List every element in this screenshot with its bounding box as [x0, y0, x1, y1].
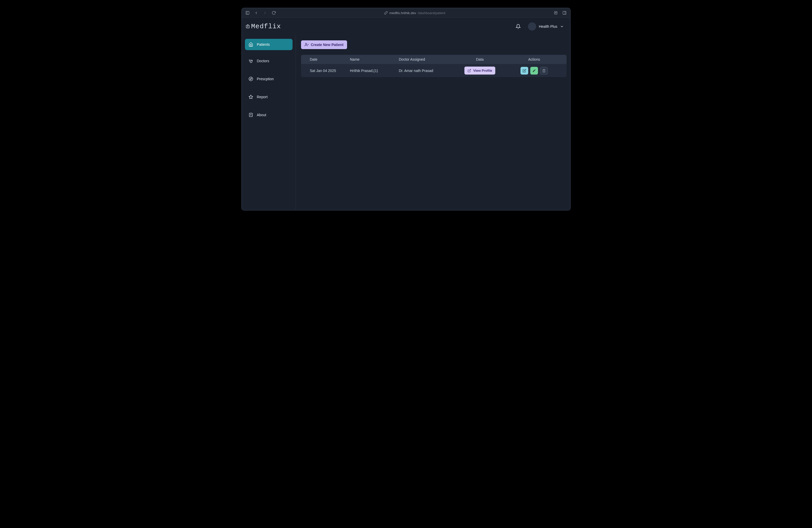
star-icon	[248, 95, 253, 99]
compass-icon	[248, 77, 253, 81]
external-link-icon	[467, 69, 471, 73]
sidebar-label: Doctors	[257, 59, 269, 63]
back-icon[interactable]	[254, 11, 258, 15]
forward-icon[interactable]	[263, 11, 267, 15]
user-menu[interactable]: Health Plus	[528, 22, 564, 31]
logo-text: Medflix	[251, 22, 281, 30]
sidebar-label: Prescption	[257, 77, 274, 81]
cell-doctor: Dr. Amar nath Prasad	[399, 69, 458, 73]
sidebar-label: About	[257, 113, 266, 117]
sidebar-item-prescription[interactable]: Prescption	[245, 73, 292, 85]
sidebar-label: Patients	[257, 42, 270, 46]
user-plus-icon	[305, 43, 309, 47]
col-header-data: Data	[458, 57, 502, 61]
edit-icon	[532, 69, 536, 73]
avatar	[528, 22, 536, 31]
create-button-label: Create New Patient	[311, 43, 344, 47]
action-buttons	[521, 67, 548, 75]
cell-actions	[502, 67, 567, 75]
logo-icon	[245, 24, 250, 29]
col-header-date: Date	[301, 57, 350, 61]
open-icon	[523, 69, 526, 73]
table-header: Date Name Doctor Assigned Data Actions	[301, 55, 567, 64]
sidebar-item-about[interactable]: About	[245, 109, 292, 121]
col-header-doctor: Doctor Assigned	[399, 57, 458, 61]
url-path: /dashboard/patient	[418, 11, 445, 15]
sidebar: Patients Doctors Prescption	[242, 35, 296, 210]
sidebar-item-doctors[interactable]: Doctors	[245, 55, 292, 66]
svg-point-10	[249, 77, 253, 81]
trash-icon	[542, 69, 546, 73]
view-profile-label: View Profile	[473, 69, 492, 73]
share-icon[interactable]	[554, 11, 558, 15]
url-host: medflix.hrithik.dev	[389, 11, 416, 15]
app-body: Patients Doctors Prescption	[242, 35, 570, 210]
toolbar-right	[554, 11, 567, 15]
logo[interactable]: Medflix	[245, 22, 281, 30]
browser-toolbar: medflix.hrithik.dev/dashboard/patient	[242, 8, 570, 18]
app-content: Medflix Health Plus Patients	[242, 18, 570, 210]
browser-window: medflix.hrithik.dev/dashboard/patient Me…	[241, 8, 571, 211]
stethoscope-icon	[248, 59, 253, 63]
main-content: Create New Patient Date Name Doctor Assi…	[296, 35, 570, 210]
user-name: Health Plus	[539, 25, 557, 29]
file-icon	[248, 112, 253, 117]
cell-date: Sat Jan 04 2025	[301, 69, 350, 73]
svg-line-19	[469, 69, 470, 71]
svg-point-9	[252, 60, 252, 61]
cell-name: Hrithik Prasad,(1)	[350, 69, 399, 73]
svg-marker-11	[250, 78, 252, 80]
sidebar-item-patients[interactable]: Patients	[245, 39, 292, 50]
url-bar[interactable]: medflix.hrithik.dev/dashboard/patient	[280, 11, 550, 15]
svg-rect-0	[246, 11, 249, 14]
sidebar-item-report[interactable]: Report	[245, 91, 292, 103]
sidebar-label: Report	[257, 95, 267, 99]
svg-point-16	[305, 43, 307, 44]
home-icon	[248, 42, 253, 47]
tabs-icon[interactable]	[563, 11, 567, 15]
svg-rect-4	[563, 11, 566, 14]
toolbar-left	[245, 11, 276, 15]
col-header-actions: Actions	[502, 57, 567, 61]
delete-button[interactable]	[540, 67, 548, 75]
sidebar-toggle-icon[interactable]	[245, 11, 249, 15]
edit-button[interactable]	[530, 67, 538, 75]
col-header-name: Name	[350, 57, 399, 61]
view-profile-button[interactable]: View Profile	[464, 66, 495, 75]
app-header: Medflix Health Plus	[242, 18, 570, 35]
reload-icon[interactable]	[272, 11, 276, 15]
create-new-patient-button[interactable]: Create New Patient	[301, 40, 347, 49]
svg-marker-12	[249, 95, 253, 99]
patients-table: Date Name Doctor Assigned Data Actions S…	[301, 55, 567, 77]
chevron-down-icon	[560, 25, 564, 29]
cell-data: View Profile	[458, 66, 502, 75]
open-button[interactable]	[521, 67, 528, 75]
bell-icon[interactable]	[516, 24, 521, 29]
table-row: Sat Jan 04 2025 Hrithik Prasad,(1) Dr. A…	[301, 64, 567, 77]
header-right: Health Plus	[516, 22, 564, 31]
